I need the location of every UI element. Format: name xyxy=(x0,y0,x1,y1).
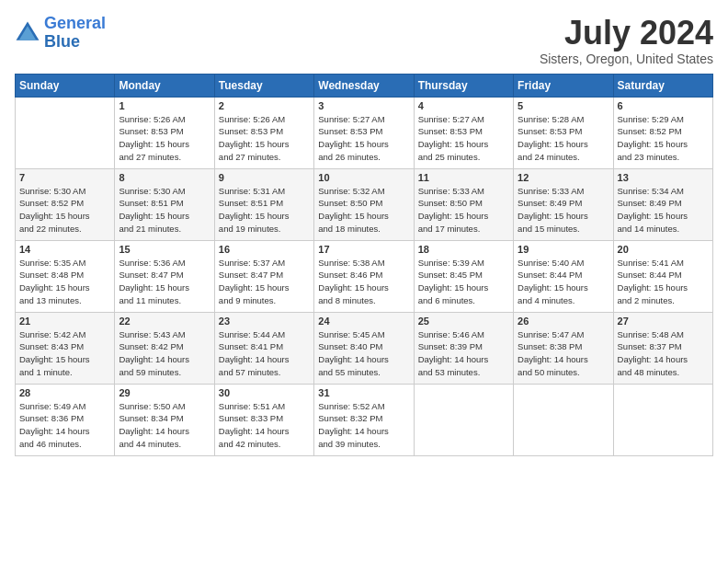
day-number: 7 xyxy=(19,172,110,183)
day-number: 8 xyxy=(119,172,210,183)
calendar-cell: 1Sunrise: 5:26 AM Sunset: 8:53 PM Daylig… xyxy=(115,97,214,168)
day-number: 18 xyxy=(418,244,509,255)
day-header-tuesday: Tuesday xyxy=(214,74,313,97)
day-info: Sunrise: 5:36 AM Sunset: 8:47 PM Dayligh… xyxy=(119,257,210,307)
day-number: 4 xyxy=(418,100,509,111)
logo-icon xyxy=(15,20,40,46)
month-title: July 2024 xyxy=(540,15,713,52)
calendar-cell: 19Sunrise: 5:40 AM Sunset: 8:44 PM Dayli… xyxy=(514,240,613,312)
calendar-cell: 7Sunrise: 5:30 AM Sunset: 8:52 PM Daylig… xyxy=(16,168,115,240)
day-info: Sunrise: 5:27 AM Sunset: 8:53 PM Dayligh… xyxy=(418,113,509,164)
calendar-cell: 5Sunrise: 5:28 AM Sunset: 8:53 PM Daylig… xyxy=(514,97,613,168)
day-number: 24 xyxy=(318,316,409,327)
day-number: 17 xyxy=(318,244,409,255)
day-info: Sunrise: 5:44 AM Sunset: 8:41 PM Dayligh… xyxy=(219,328,310,379)
day-info: Sunrise: 5:33 AM Sunset: 8:49 PM Dayligh… xyxy=(518,185,609,236)
calendar-cell: 12Sunrise: 5:33 AM Sunset: 8:49 PM Dayli… xyxy=(514,168,613,240)
day-number: 12 xyxy=(518,172,609,183)
day-header-friday: Friday xyxy=(514,74,613,97)
calendar-cell: 4Sunrise: 5:27 AM Sunset: 8:53 PM Daylig… xyxy=(414,97,513,168)
calendar-cell: 13Sunrise: 5:34 AM Sunset: 8:49 PM Dayli… xyxy=(613,168,712,240)
day-number: 27 xyxy=(618,316,709,327)
calendar-cell: 8Sunrise: 5:30 AM Sunset: 8:51 PM Daylig… xyxy=(115,168,214,240)
day-info: Sunrise: 5:52 AM Sunset: 8:32 PM Dayligh… xyxy=(318,400,409,451)
day-info: Sunrise: 5:32 AM Sunset: 8:50 PM Dayligh… xyxy=(318,185,409,236)
day-number: 26 xyxy=(518,316,609,327)
day-info: Sunrise: 5:33 AM Sunset: 8:50 PM Dayligh… xyxy=(418,185,509,236)
day-number: 11 xyxy=(418,172,509,183)
calendar-cell: 9Sunrise: 5:31 AM Sunset: 8:51 PM Daylig… xyxy=(214,168,313,240)
day-info: Sunrise: 5:46 AM Sunset: 8:39 PM Dayligh… xyxy=(418,328,509,379)
day-info: Sunrise: 5:42 AM Sunset: 8:43 PM Dayligh… xyxy=(19,328,110,379)
calendar-cell xyxy=(414,384,513,455)
calendar-week-row: 14Sunrise: 5:35 AM Sunset: 8:48 PM Dayli… xyxy=(16,240,713,312)
day-info: Sunrise: 5:35 AM Sunset: 8:48 PM Dayligh… xyxy=(19,257,110,307)
calendar-cell: 31Sunrise: 5:52 AM Sunset: 8:32 PM Dayli… xyxy=(314,384,414,455)
logo: General Blue xyxy=(15,15,106,52)
day-info: Sunrise: 5:30 AM Sunset: 8:52 PM Dayligh… xyxy=(19,185,110,236)
day-info: Sunrise: 5:40 AM Sunset: 8:44 PM Dayligh… xyxy=(518,257,609,307)
day-header-wednesday: Wednesday xyxy=(314,74,414,97)
calendar-cell: 26Sunrise: 5:47 AM Sunset: 8:38 PM Dayli… xyxy=(514,312,613,384)
calendar-cell xyxy=(613,384,712,455)
calendar-week-row: 28Sunrise: 5:49 AM Sunset: 8:36 PM Dayli… xyxy=(16,384,713,455)
day-header-saturday: Saturday xyxy=(613,74,712,97)
day-info: Sunrise: 5:37 AM Sunset: 8:47 PM Dayligh… xyxy=(219,257,310,307)
calendar-cell: 6Sunrise: 5:29 AM Sunset: 8:52 PM Daylig… xyxy=(613,97,712,168)
day-info: Sunrise: 5:30 AM Sunset: 8:51 PM Dayligh… xyxy=(119,185,210,236)
day-number: 5 xyxy=(518,100,609,111)
calendar-week-row: 7Sunrise: 5:30 AM Sunset: 8:52 PM Daylig… xyxy=(16,168,713,240)
day-number: 30 xyxy=(219,387,310,398)
day-info: Sunrise: 5:39 AM Sunset: 8:45 PM Dayligh… xyxy=(418,257,509,307)
day-header-monday: Monday xyxy=(115,74,214,97)
day-number: 2 xyxy=(219,100,310,111)
calendar-table: SundayMondayTuesdayWednesdayThursdayFrid… xyxy=(15,74,713,456)
calendar-cell: 30Sunrise: 5:51 AM Sunset: 8:33 PM Dayli… xyxy=(214,384,313,455)
calendar-week-row: 21Sunrise: 5:42 AM Sunset: 8:43 PM Dayli… xyxy=(16,312,713,384)
day-info: Sunrise: 5:45 AM Sunset: 8:40 PM Dayligh… xyxy=(318,328,409,379)
day-number: 16 xyxy=(219,244,310,255)
day-number: 14 xyxy=(19,244,110,255)
calendar-cell: 28Sunrise: 5:49 AM Sunset: 8:36 PM Dayli… xyxy=(16,384,115,455)
day-info: Sunrise: 5:47 AM Sunset: 8:38 PM Dayligh… xyxy=(518,328,609,379)
day-info: Sunrise: 5:48 AM Sunset: 8:37 PM Dayligh… xyxy=(618,328,709,379)
day-header-sunday: Sunday xyxy=(16,74,115,97)
calendar-cell: 15Sunrise: 5:36 AM Sunset: 8:47 PM Dayli… xyxy=(115,240,214,312)
day-number: 25 xyxy=(418,316,509,327)
day-number: 6 xyxy=(618,100,709,111)
day-number: 10 xyxy=(318,172,409,183)
calendar-cell: 21Sunrise: 5:42 AM Sunset: 8:43 PM Dayli… xyxy=(16,312,115,384)
day-info: Sunrise: 5:49 AM Sunset: 8:36 PM Dayligh… xyxy=(19,400,110,451)
calendar-header-row: SundayMondayTuesdayWednesdayThursdayFrid… xyxy=(16,74,713,97)
day-number: 1 xyxy=(119,100,210,111)
calendar-cell: 18Sunrise: 5:39 AM Sunset: 8:45 PM Dayli… xyxy=(414,240,513,312)
page-container: General Blue July 2024 Sisters, Oregon, … xyxy=(0,0,728,465)
day-number: 20 xyxy=(618,244,709,255)
day-number: 31 xyxy=(318,387,409,398)
day-info: Sunrise: 5:34 AM Sunset: 8:49 PM Dayligh… xyxy=(618,185,709,236)
calendar-cell: 24Sunrise: 5:45 AM Sunset: 8:40 PM Dayli… xyxy=(314,312,414,384)
calendar-cell: 22Sunrise: 5:43 AM Sunset: 8:42 PM Dayli… xyxy=(115,312,214,384)
day-number: 15 xyxy=(119,244,210,255)
day-header-thursday: Thursday xyxy=(414,74,513,97)
day-info: Sunrise: 5:51 AM Sunset: 8:33 PM Dayligh… xyxy=(219,400,310,451)
calendar-cell xyxy=(514,384,613,455)
day-info: Sunrise: 5:31 AM Sunset: 8:51 PM Dayligh… xyxy=(219,185,310,236)
calendar-cell: 17Sunrise: 5:38 AM Sunset: 8:46 PM Dayli… xyxy=(314,240,414,312)
location: Sisters, Oregon, United States xyxy=(540,52,713,66)
day-number: 19 xyxy=(518,244,609,255)
day-number: 29 xyxy=(119,387,210,398)
day-number: 22 xyxy=(119,316,210,327)
calendar-cell: 23Sunrise: 5:44 AM Sunset: 8:41 PM Dayli… xyxy=(214,312,313,384)
day-number: 23 xyxy=(219,316,310,327)
title-block: July 2024 Sisters, Oregon, United States xyxy=(540,15,713,66)
day-info: Sunrise: 5:38 AM Sunset: 8:46 PM Dayligh… xyxy=(318,257,409,307)
day-info: Sunrise: 5:27 AM Sunset: 8:53 PM Dayligh… xyxy=(318,113,409,164)
calendar-cell: 2Sunrise: 5:26 AM Sunset: 8:53 PM Daylig… xyxy=(214,97,313,168)
day-info: Sunrise: 5:41 AM Sunset: 8:44 PM Dayligh… xyxy=(618,257,709,307)
day-info: Sunrise: 5:43 AM Sunset: 8:42 PM Dayligh… xyxy=(119,328,210,379)
day-number: 28 xyxy=(19,387,110,398)
calendar-cell xyxy=(16,97,115,168)
calendar-cell: 29Sunrise: 5:50 AM Sunset: 8:34 PM Dayli… xyxy=(115,384,214,455)
day-info: Sunrise: 5:26 AM Sunset: 8:53 PM Dayligh… xyxy=(219,113,310,164)
